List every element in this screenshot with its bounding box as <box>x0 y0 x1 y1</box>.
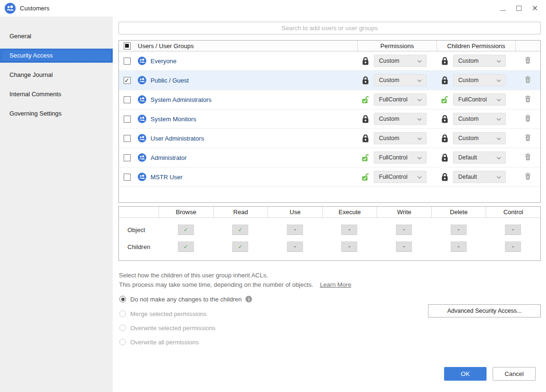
permission-dropdown[interactable]: Custom <box>374 74 427 86</box>
matrix-toggle-dash[interactable]: - <box>287 242 303 252</box>
user-name[interactable]: MSTR User <box>151 174 183 181</box>
matrix-cell: - <box>377 225 431 235</box>
chevron-down-icon <box>496 96 501 103</box>
matrix-toggle-dash[interactable]: - <box>396 242 412 252</box>
radio-option-overwrite-all-permissions[interactable]: Overwrite all permissions <box>119 337 252 347</box>
search-input[interactable] <box>118 22 541 34</box>
row-checkbox[interactable]: ✓ <box>124 77 131 84</box>
trash-icon[interactable] <box>525 134 531 143</box>
chevron-down-icon <box>417 174 422 180</box>
sidebar-item-security-access[interactable]: Security Access <box>0 49 113 63</box>
matrix-toggle-dash[interactable]: - <box>451 225 467 235</box>
row-checkbox[interactable] <box>124 96 131 103</box>
row-checkbox[interactable] <box>124 154 131 161</box>
row-checkbox[interactable] <box>124 58 131 65</box>
info-icon[interactable]: i <box>245 296 252 302</box>
delete-cell <box>515 57 540 66</box>
children-permission-dropdown[interactable]: Default <box>453 151 506 164</box>
row-checkbox-cell <box>119 154 135 161</box>
user-name[interactable]: Administrator <box>151 154 187 161</box>
matrix-toggle-dash[interactable]: - <box>505 242 521 252</box>
permission-dropdown[interactable]: FullControl <box>374 151 427 164</box>
delete-cell <box>515 153 540 162</box>
padlock-closed-icon <box>361 76 370 85</box>
cancel-button[interactable]: Cancel <box>493 367 536 381</box>
row-checkbox[interactable] <box>124 174 131 181</box>
padlock-closed-icon <box>361 115 370 124</box>
user-cell: Administrator <box>135 153 357 162</box>
acl-table: Users / User Groups Permissions Children… <box>118 40 541 203</box>
children-permission-dropdown[interactable]: Default <box>453 171 506 183</box>
permission-dropdown[interactable]: Custom <box>374 113 427 125</box>
maximize-icon[interactable] <box>515 5 522 12</box>
permission-dropdown[interactable]: FullControl <box>374 171 427 183</box>
trash-icon[interactable] <box>525 153 531 162</box>
sidebar-item-general[interactable]: General <box>0 29 113 43</box>
learn-more-link[interactable]: Learn More <box>320 281 351 288</box>
trash-icon[interactable] <box>525 173 531 182</box>
radio-option-overwrite-selected-permissions[interactable]: Overwrite selected permissions <box>119 323 252 333</box>
row-checkbox[interactable] <box>124 135 131 142</box>
matrix-body: Object✓✓-----Children✓✓----- <box>119 221 540 255</box>
children-permission-dropdown[interactable]: FullControl <box>453 93 506 106</box>
user-cell: Everyone <box>135 57 357 65</box>
children-permission-dropdown[interactable]: Custom <box>453 113 506 125</box>
children-permission-dropdown[interactable]: Custom <box>453 132 506 144</box>
trash-icon[interactable] <box>525 57 531 66</box>
permission-dropdown[interactable]: Custom <box>374 55 427 67</box>
acl-table-header: Users / User Groups Permissions Children… <box>119 41 540 51</box>
matrix-toggle-check[interactable]: ✓ <box>178 225 194 235</box>
permission-dropdown[interactable]: FullControl <box>374 93 427 106</box>
column-header-children-permissions: Children Permissions <box>437 41 515 51</box>
row-checkbox[interactable] <box>124 116 131 123</box>
user-name[interactable]: Public / Guest <box>151 77 189 84</box>
matrix-column-control: Control <box>486 207 540 217</box>
radio-option-do-not-make[interactable]: Do not make any changes to the childreni <box>119 294 252 304</box>
permission-dropdown[interactable]: Custom <box>374 132 427 144</box>
radio-button[interactable] <box>119 339 126 345</box>
trash-icon[interactable] <box>525 115 531 124</box>
matrix-toggle-dash[interactable]: - <box>396 225 412 235</box>
select-all-checkbox[interactable] <box>124 42 131 50</box>
matrix-column-browse: Browse <box>159 207 213 217</box>
children-permission-dropdown[interactable]: Custom <box>453 55 506 67</box>
radio-button[interactable] <box>119 325 126 331</box>
matrix-toggle-dash[interactable]: - <box>505 225 521 235</box>
radio-label: Overwrite selected permissions <box>130 325 216 332</box>
user-name[interactable]: System Administrators <box>151 96 211 103</box>
children-permission-cell: Default <box>437 171 515 183</box>
inheritance-description-line1: Select how the children of this user gro… <box>119 272 268 279</box>
matrix-toggle-check[interactable]: ✓ <box>178 242 194 252</box>
matrix-cell: - <box>431 225 486 235</box>
window-title: Customers <box>20 5 50 12</box>
user-name[interactable]: User Administrators <box>151 135 204 142</box>
trash-icon[interactable] <box>525 76 531 85</box>
user-group-icon <box>138 153 146 162</box>
matrix-cell: ✓ <box>159 225 213 235</box>
matrix-toggle-check[interactable]: ✓ <box>232 242 248 252</box>
padlock-open-check-icon <box>361 173 370 182</box>
matrix-toggle-dash[interactable]: - <box>287 225 303 235</box>
advanced-security-access-button[interactable]: Advanced Security Access... <box>428 304 541 317</box>
close-icon[interactable]: ✕ <box>531 5 538 12</box>
matrix-toggle-check[interactable]: ✓ <box>232 225 248 235</box>
radio-button[interactable] <box>119 296 126 302</box>
radio-button[interactable] <box>119 310 126 317</box>
user-cell: System Administrators <box>135 95 357 104</box>
trash-icon[interactable] <box>525 95 531 104</box>
matrix-header: BrowseReadUseExecuteWriteDeleteControl <box>119 207 540 218</box>
ok-button[interactable]: OK <box>444 367 487 381</box>
minimize-icon[interactable] <box>499 5 506 12</box>
sidebar-item-governing-settings[interactable]: Governing Settings <box>0 107 113 121</box>
user-name[interactable]: System Monitors <box>151 116 196 123</box>
matrix-toggle-dash[interactable]: - <box>341 242 357 252</box>
radio-option-merge-selected-permissions[interactable]: Merge selected permissions <box>119 309 252 318</box>
sidebar-item-internal-comments[interactable]: Internal Comments <box>0 87 113 101</box>
permission-cell: Custom <box>357 132 437 144</box>
matrix-cell: - <box>486 225 540 235</box>
matrix-toggle-dash[interactable]: - <box>341 225 357 235</box>
children-permission-dropdown[interactable]: Custom <box>453 74 506 86</box>
sidebar-item-change-journal[interactable]: Change Journal <box>0 68 113 82</box>
matrix-toggle-dash[interactable]: - <box>451 242 467 252</box>
user-name[interactable]: Everyone <box>151 58 176 65</box>
